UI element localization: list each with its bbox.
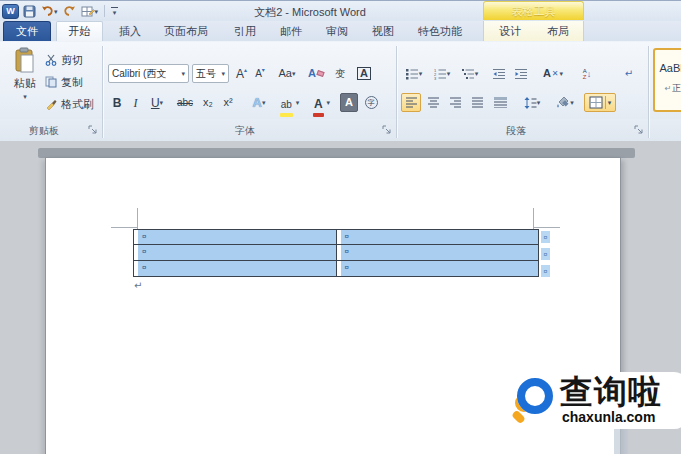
tab-table-design[interactable]: 设计 xyxy=(487,21,533,41)
tab-file[interactable]: 文件 xyxy=(3,21,51,41)
font-color-button[interactable]: A ▾ xyxy=(308,93,336,112)
draw-table-button[interactable]: ▾ xyxy=(80,3,100,19)
shrink-font-button[interactable]: A▾ xyxy=(252,64,268,83)
align-right-button[interactable] xyxy=(445,93,465,112)
justify-button[interactable] xyxy=(467,93,487,112)
undo-dropdown-arrow[interactable]: ▾ xyxy=(54,8,58,15)
undo-button[interactable]: ▾ xyxy=(40,3,59,19)
paragraph-mark: ↵ xyxy=(134,280,142,291)
subscript-button[interactable]: x₂ xyxy=(199,93,217,112)
copy-button[interactable]: 复制 xyxy=(45,73,83,91)
align-left-button[interactable] xyxy=(401,93,421,112)
grow-font-button[interactable]: A▴ xyxy=(233,64,250,83)
cell-end-marker: ¤ xyxy=(142,248,146,256)
decrease-indent-button[interactable] xyxy=(489,64,508,83)
highlight-colorbar xyxy=(280,113,293,117)
format-painter-label: 格式刷 xyxy=(61,97,94,112)
watermark-domain: chaxunla.com xyxy=(562,409,655,425)
cell-end-marker: ¤ xyxy=(345,248,349,256)
font-name-value: Calibri (西文 xyxy=(112,67,166,81)
tab-table-layout[interactable]: 布局 xyxy=(536,21,580,41)
increase-indent-icon xyxy=(514,68,528,80)
tab-insert[interactable]: 插入 xyxy=(109,21,151,41)
font-dialog-launcher[interactable] xyxy=(382,125,393,136)
customize-qat-button[interactable]: ▾ xyxy=(110,3,119,19)
format-painter-button[interactable]: 格式刷 xyxy=(45,95,94,113)
tab-review[interactable]: 审阅 xyxy=(316,21,358,41)
save-button[interactable] xyxy=(22,3,37,19)
shading-button[interactable]: ▾ xyxy=(551,93,579,112)
tab-view[interactable]: 视图 xyxy=(362,21,404,41)
table-cell[interactable]: ¤ xyxy=(337,245,539,259)
table-cell[interactable]: ¤ xyxy=(337,230,539,244)
shading-icon xyxy=(556,96,570,109)
sort-button[interactable]: AZ ↓ xyxy=(575,64,599,83)
word-logo-icon[interactable]: W xyxy=(2,4,19,19)
table-row[interactable]: ¤ ¤ xyxy=(134,245,538,260)
strikethrough-button[interactable]: abc xyxy=(173,93,197,112)
split-divider xyxy=(605,96,606,109)
increase-indent-button[interactable] xyxy=(511,64,530,83)
table[interactable]: ¤ ¤ ¤ ¤ ¤ ¤ xyxy=(133,229,539,277)
redo-button[interactable] xyxy=(62,3,77,19)
tab-page-layout[interactable]: 页面布局 xyxy=(153,21,219,41)
phonetic-guide-button[interactable]: 变 xyxy=(330,64,350,83)
bullets-button[interactable]: ▾ xyxy=(401,64,426,83)
highlight-button[interactable]: ab ▾ xyxy=(276,93,304,112)
margin-mark-right-v xyxy=(533,208,534,229)
draw-table-dropdown-arrow[interactable]: ▾ xyxy=(95,8,99,15)
tab-references[interactable]: 引用 xyxy=(224,21,266,41)
asian-layout-button[interactable]: A ✕ ▾ xyxy=(538,64,568,83)
font-size-select[interactable]: 五号 ▾ xyxy=(192,64,229,83)
character-border-button[interactable]: A xyxy=(354,64,374,83)
paragraph-dialog-launcher[interactable] xyxy=(634,125,645,136)
distribute-icon xyxy=(493,97,508,108)
paste-button[interactable]: 粘贴 ▾ xyxy=(6,47,44,100)
cell-end-marker: ¤ xyxy=(142,264,146,272)
underline-button[interactable]: U ▾ xyxy=(145,93,169,112)
fontcolor-colorbar xyxy=(313,113,324,117)
cut-button[interactable]: 剪切 xyxy=(45,51,83,69)
font-group-label: 字体 xyxy=(205,124,285,138)
style-normal-chip[interactable]: AaBb ↵ 正 xyxy=(653,48,681,112)
borders-icon xyxy=(589,96,603,109)
word-window: W ▾ xyxy=(0,0,681,454)
numbering-button[interactable]: 123 ▾ xyxy=(429,64,454,83)
group-separator xyxy=(648,46,649,138)
distribute-button[interactable] xyxy=(489,93,511,112)
row-end-marker: ¤ xyxy=(541,248,550,260)
line-spacing-icon xyxy=(524,97,537,109)
paste-dropdown-arrow[interactable]: ▾ xyxy=(23,93,27,100)
clipboard-dialog-launcher[interactable] xyxy=(88,125,99,136)
align-center-button[interactable] xyxy=(423,93,443,112)
italic-button[interactable]: I xyxy=(128,93,143,112)
enclose-characters-button[interactable]: 字 xyxy=(362,93,380,112)
table-row[interactable]: ¤ ¤ xyxy=(134,230,538,245)
superscript-button[interactable]: x² xyxy=(219,93,237,112)
page-gap-band xyxy=(38,148,635,158)
draw-table-icon xyxy=(81,5,95,18)
font-name-select[interactable]: Calibri (西文 ▾ xyxy=(108,64,189,83)
customize-qat-arrow: ▾ xyxy=(113,9,117,16)
tab-home[interactable]: 开始 xyxy=(56,21,103,41)
bold-button[interactable]: B xyxy=(108,93,126,112)
watermark-tail xyxy=(614,429,627,454)
show-marks-button[interactable]: ↵ xyxy=(620,64,638,83)
bullets-icon xyxy=(405,68,419,80)
tab-mailings[interactable]: 邮件 xyxy=(270,21,312,41)
tab-special-features[interactable]: 特色功能 xyxy=(405,21,475,41)
text-effects-button[interactable]: A ▾ xyxy=(246,93,272,112)
borders-button[interactable]: ▾ xyxy=(584,93,616,112)
table-cell[interactable]: ¤ xyxy=(134,245,337,259)
table-cell[interactable]: ¤ xyxy=(134,261,337,276)
change-case-button[interactable]: Aa▾ xyxy=(274,64,300,83)
line-spacing-button[interactable]: ▾ xyxy=(518,93,546,112)
copy-label: 复制 xyxy=(61,75,83,90)
multilevel-list-button[interactable]: ▾ xyxy=(457,64,482,83)
table-cell[interactable]: ¤ xyxy=(134,230,337,244)
borders-arrow[interactable]: ▾ xyxy=(608,99,612,106)
table-cell[interactable]: ¤ xyxy=(337,261,539,276)
character-shading-button[interactable]: A xyxy=(340,93,358,112)
table-row[interactable]: ¤ ¤ xyxy=(134,261,538,276)
clear-formatting-button[interactable]: A xyxy=(306,64,326,83)
